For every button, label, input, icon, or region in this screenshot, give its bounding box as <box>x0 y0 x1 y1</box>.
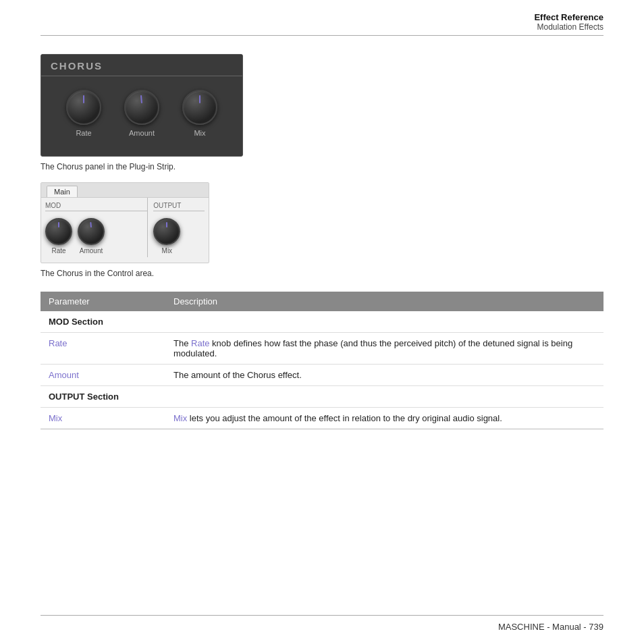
header-subtitle: Modulation Effects <box>534 22 603 32</box>
output-section-label: OUTPUT <box>153 202 205 211</box>
header-title: Effect Reference <box>534 12 603 22</box>
mod-section-cell: MOD Section <box>41 311 165 333</box>
control-mix-group: Mix <box>153 218 180 254</box>
knob-group-rate: Rate <box>66 90 101 137</box>
amount-knob[interactable] <box>124 90 159 125</box>
mix-knob-label: Mix <box>194 129 205 137</box>
chorus-title-bar: CHORUS <box>41 55 242 76</box>
control-rate-group: Rate <box>45 218 72 254</box>
rate-knob-indicator <box>83 95 84 103</box>
mix-highlight: Mix <box>173 413 187 423</box>
col-description-header: Description <box>165 292 603 311</box>
mix-knob[interactable] <box>182 90 217 125</box>
control-area-caption: The Chorus in the Control area. <box>41 269 603 278</box>
knob-group-mix: Mix <box>182 90 217 137</box>
chorus-panel-caption: The Chorus panel in the Plug-in Strip. <box>41 162 603 171</box>
control-amount-label: Amount <box>80 247 103 254</box>
footer-divider <box>41 615 603 616</box>
parameters-table: Parameter Description MOD Section Rate T… <box>41 292 603 429</box>
mix-param-name: Mix <box>41 408 165 429</box>
output-knobs-row: Mix <box>153 215 205 257</box>
rate-description: The Rate knob defines how fast the phase… <box>165 333 603 365</box>
header-divider <box>41 35 603 36</box>
rate-row: Rate The Rate knob defines how fast the … <box>41 333 603 365</box>
amount-knob-label: Amount <box>129 129 155 137</box>
rate-param-name: Rate <box>41 333 165 365</box>
mod-section-label: MOD <box>45 202 147 211</box>
control-area-panel: Main MOD Rate <box>41 182 209 263</box>
main-tab[interactable]: Main <box>47 186 78 197</box>
output-section: OUTPUT Mix <box>147 198 205 257</box>
mod-knobs-row: Rate Amount <box>45 215 147 257</box>
output-section-cell: OUTPUT Section <box>41 386 165 408</box>
footer-text: MASCHINE - Manual - 739 <box>498 622 603 632</box>
control-rate-label: Rate <box>51 247 65 254</box>
chorus-plugin-panel: CHORUS Rate Amount Mix <box>41 54 243 157</box>
rate-knob[interactable] <box>66 90 101 125</box>
control-rate-indicator <box>58 222 59 227</box>
rate-knob-label: Rate <box>76 129 91 137</box>
amount-row: Amount The amount of the Chorus effect. <box>41 365 603 386</box>
control-amount-indicator <box>90 222 92 227</box>
control-rate-knob[interactable] <box>45 218 72 245</box>
output-section-row: OUTPUT Section <box>41 386 603 408</box>
output-section-desc <box>165 386 603 408</box>
control-mix-label: Mix <box>162 247 173 254</box>
chorus-panel-title: CHORUS <box>51 60 103 72</box>
control-amount-group: Amount <box>78 218 105 254</box>
amount-param-name: Amount <box>41 365 165 386</box>
amount-description: The amount of the Chorus effect. <box>165 365 603 386</box>
control-tab-bar: Main <box>41 183 209 198</box>
mod-section-row: MOD Section <box>41 311 603 333</box>
chorus-knobs-row: Rate Amount Mix <box>41 76 242 142</box>
control-mix-knob[interactable] <box>153 218 180 245</box>
main-content: CHORUS Rate Amount Mix The <box>41 41 603 603</box>
mix-description: Mix lets you adjust the amount of the ef… <box>165 408 603 429</box>
mix-knob-indicator <box>199 95 200 103</box>
control-amount-knob[interactable] <box>78 218 105 245</box>
mix-row: Mix Mix lets you adjust the amount of th… <box>41 408 603 429</box>
control-mix-indicator <box>166 222 167 227</box>
page-header: Effect Reference Modulation Effects <box>534 12 603 32</box>
knob-group-amount: Amount <box>124 90 159 137</box>
col-parameter-header: Parameter <box>41 292 165 311</box>
mod-section: MOD Rate <box>45 198 147 257</box>
mod-section-desc <box>165 311 603 333</box>
rate-highlight: Rate <box>191 338 209 348</box>
amount-knob-indicator <box>140 95 142 103</box>
